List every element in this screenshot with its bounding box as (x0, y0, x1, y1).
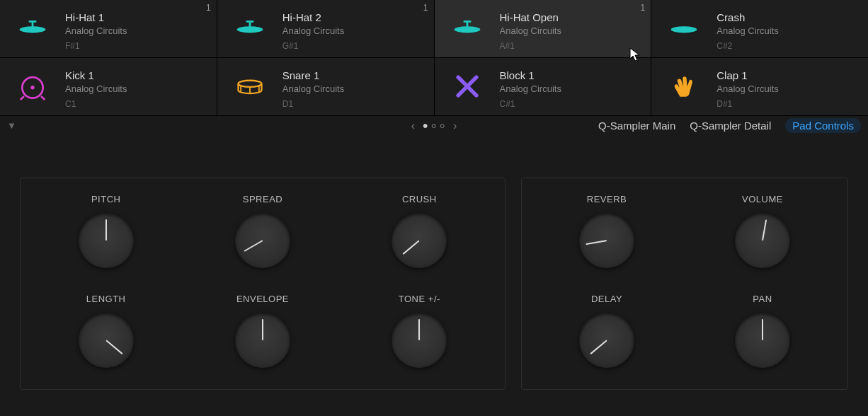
drum-pad[interactable]: Hi-Hat Open Analog Circuits A#1 1 (435, 0, 651, 57)
knob-label: PAN (753, 294, 772, 304)
pager: ‹ › (409, 120, 460, 132)
pad-kit: Analog Circuits (500, 25, 561, 36)
knob-label: LENGTH (86, 294, 126, 304)
sticks-icon (446, 68, 489, 105)
mix-panel: REVERB VOLUME DELAY PAN (521, 178, 848, 390)
knob[interactable] (79, 313, 134, 368)
knob-label: ENVELOPE (236, 294, 289, 304)
knob-label: REVERB (587, 194, 627, 204)
pad-text: Crash Analog Circuits C#2 (716, 10, 778, 51)
knob-pan: PAN (702, 294, 823, 368)
pad-text: Hi-Hat Open Analog Circuits A#1 (500, 10, 561, 51)
knob-pitch: PITCH (46, 194, 166, 268)
drum-pad[interactable]: Snare 1 Analog Circuits D1 (217, 58, 434, 115)
pad-text: Hi-Hat 2 Analog Circuits G#1 (282, 10, 344, 51)
sound-panel: PITCH SPREAD CRUSH LENGTH ENVELOPE TONE … (20, 178, 506, 390)
pad-note: C1 (65, 99, 127, 109)
drum-pad[interactable]: Clap 1 Analog Circuits D#1 (651, 58, 868, 115)
knob-tone-: TONE +/- (359, 294, 479, 368)
knob-spread: SPREAD (202, 194, 323, 268)
pad-kit: Analog Circuits (282, 83, 344, 94)
pad-kit: Analog Circuits (282, 25, 344, 36)
pad-kit: Analog Circuits (500, 83, 561, 94)
knob-label: VOLUME (742, 194, 783, 204)
pad-note: F#1 (65, 41, 127, 51)
knob[interactable] (392, 313, 447, 368)
prev-page-icon[interactable]: ‹ (409, 120, 418, 132)
knob-envelope: ENVELOPE (202, 294, 323, 368)
pad-note: A#1 (500, 41, 561, 51)
pad-name: Hi-Hat 2 (282, 11, 344, 23)
kick-icon (11, 68, 54, 105)
pad-name: Kick 1 (65, 69, 127, 81)
pad-kit: Analog Circuits (716, 25, 778, 36)
tab-qsampler-detail[interactable]: Q-Sampler Detail (690, 120, 771, 132)
pad-badge: 1 (641, 3, 646, 13)
pad-name: Clap 1 (716, 69, 778, 81)
knob[interactable] (392, 213, 447, 268)
knob-crush: CRUSH (359, 194, 479, 268)
view-tabs: Q-Sampler Main Q-Sampler Detail Pad Cont… (598, 118, 861, 133)
pad-kit: Analog Circuits (65, 83, 127, 94)
pad-kit: Analog Circuits (716, 83, 778, 94)
knob[interactable] (735, 313, 790, 368)
knob-reverb: REVERB (547, 194, 667, 268)
crash-icon (663, 10, 705, 47)
pad-note: C#1 (500, 99, 561, 109)
knob-delay: DELAY (547, 294, 667, 368)
pad-text: Hi-Hat 1 Analog Circuits F#1 (65, 10, 127, 51)
pad-text: Clap 1 Analog Circuits D#1 (716, 68, 778, 109)
drum-pad[interactable]: Hi-Hat 1 Analog Circuits F#1 1 (0, 0, 217, 57)
tab-qsampler-main[interactable]: Q-Sampler Main (598, 120, 675, 132)
pad-name: Block 1 (500, 69, 561, 81)
drum-pad[interactable]: Crash Analog Circuits C#2 (651, 0, 868, 57)
pad-badge: 1 (206, 3, 211, 13)
drum-pad[interactable]: Block 1 Analog Circuits C#1 (435, 58, 651, 115)
pad-name: Hi-Hat Open (500, 11, 561, 23)
next-page-icon[interactable]: › (450, 120, 459, 132)
knob[interactable] (579, 313, 634, 368)
hihat-icon (446, 10, 489, 47)
knob-label: TONE +/- (399, 294, 440, 304)
knob-label: SPREAD (243, 194, 282, 204)
knob-volume: VOLUME (702, 194, 823, 268)
pad-note: D1 (282, 99, 344, 109)
pad-text: Block 1 Analog Circuits C#1 (500, 68, 561, 109)
pad-badge: 1 (423, 3, 428, 13)
knob[interactable] (735, 213, 790, 268)
drum-pad[interactable]: Kick 1 Analog Circuits C1 (0, 58, 217, 115)
knob[interactable] (579, 213, 634, 268)
pad-note: G#1 (282, 41, 344, 51)
pad-name: Hi-Hat 1 (65, 11, 127, 23)
knob-label: CRUSH (402, 194, 437, 204)
knob-length: LENGTH (46, 294, 166, 368)
pad-kit: Analog Circuits (65, 25, 127, 36)
clap-icon (663, 68, 705, 105)
pad-note: D#1 (716, 99, 778, 109)
knob[interactable] (235, 213, 290, 268)
drum-pad[interactable]: Hi-Hat 2 Analog Circuits G#1 1 (217, 0, 434, 57)
hihat-icon (229, 10, 271, 47)
pad-controls-area: PITCH SPREAD CRUSH LENGTH ENVELOPE TONE … (0, 135, 868, 404)
toolbar: ▼ ‹ › Q-Sampler Main Q-Sampler Detail Pa… (0, 115, 868, 135)
snare-icon (229, 68, 271, 105)
hihat-icon (11, 10, 54, 47)
pad-text: Snare 1 Analog Circuits D1 (282, 68, 344, 109)
disclosure-triangle-icon[interactable]: ▼ (7, 120, 16, 131)
pad-name: Snare 1 (282, 69, 344, 81)
knob[interactable] (79, 213, 134, 268)
pad-grid: Hi-Hat 1 Analog Circuits F#1 1 Hi-Hat 2 … (0, 0, 868, 115)
knob-label: PITCH (91, 194, 121, 204)
pad-name: Crash (716, 11, 778, 23)
knob-label: DELAY (591, 294, 622, 304)
knob[interactable] (235, 313, 290, 368)
page-dots[interactable] (423, 124, 445, 128)
tab-pad-controls[interactable]: Pad Controls (785, 118, 861, 133)
pad-text: Kick 1 Analog Circuits C1 (65, 68, 127, 109)
pad-note: C#2 (716, 41, 778, 51)
